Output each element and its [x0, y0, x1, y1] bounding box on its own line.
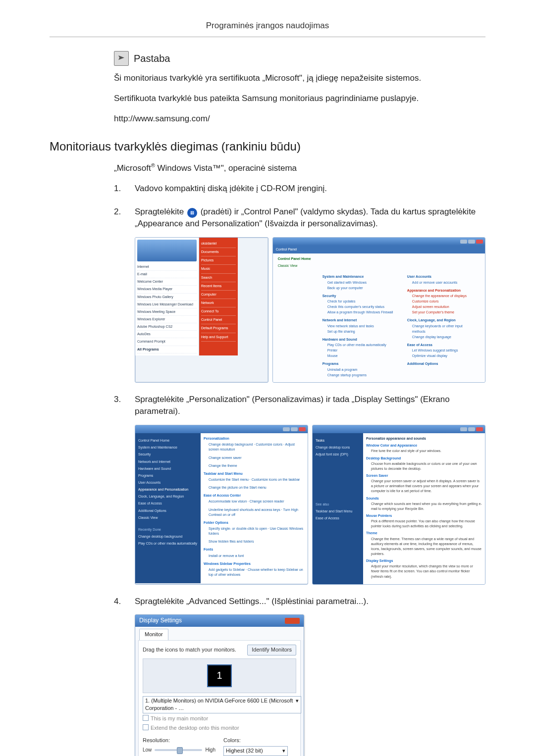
maximize-icon[interactable]: [468, 240, 475, 244]
mp-link[interactable]: Mouse Pointers: [366, 513, 482, 518]
folder-link[interactable]: Folder Options: [204, 520, 305, 525]
cp-sub[interactable]: Get started with Windows: [327, 280, 397, 285]
minimize-icon[interactable]: [460, 427, 467, 431]
cp-sub[interactable]: Adjust screen resolution: [412, 304, 482, 309]
cp-sub[interactable]: Let Windows suggest settings: [412, 348, 482, 353]
maximize-icon[interactable]: [291, 427, 298, 431]
cp-appearance[interactable]: Appearance and Personalization: [407, 288, 482, 293]
sub[interactable]: Specify single- or double-click to open …: [209, 526, 305, 536]
cp-sub[interactable]: View network status and tasks: [327, 324, 397, 329]
start-item[interactable]: Windows Explorer: [137, 316, 197, 323]
nav-item[interactable]: Clock, Language, and Region: [138, 494, 198, 499]
start-right[interactable]: Music: [201, 265, 236, 273]
start-item[interactable]: Windows Media Player: [137, 286, 197, 293]
ease-link[interactable]: Ease of Access Center: [204, 493, 305, 498]
nav-item[interactable]: Ease of Access: [138, 501, 198, 506]
cp-sub[interactable]: Change keyboards or other input: [412, 324, 482, 329]
cp-sub[interactable]: Set up file sharing: [327, 329, 397, 334]
cp-sub[interactable]: Uninstall a program: [327, 367, 397, 372]
start-right[interactable]: Computer: [201, 291, 236, 299]
nav-item[interactable]: Security: [138, 452, 198, 457]
all-programs[interactable]: All Programs: [137, 346, 197, 353]
maximize-icon[interactable]: [468, 427, 475, 431]
cp-sub[interactable]: Change display language: [412, 335, 482, 340]
sub[interactable]: Install or remove a font: [209, 554, 305, 558]
cp-sub[interactable]: Back up your computer: [327, 286, 397, 291]
cp-sub[interactable]: Printer: [327, 348, 397, 353]
cp-sub[interactable]: Optimize visual display: [412, 353, 482, 358]
personalization-link[interactable]: Personalization: [204, 436, 305, 441]
task-link[interactable]: Change desktop icons: [316, 445, 360, 450]
fonts-link[interactable]: Fonts: [204, 547, 305, 552]
cp-classic[interactable]: Classic View: [278, 263, 482, 268]
close-icon[interactable]: [476, 240, 483, 244]
db-link[interactable]: Desktop Background: [366, 456, 482, 461]
cp-sub[interactable]: Play CDs or other media automatically: [327, 343, 397, 348]
start-right[interactable]: Recent Items: [201, 282, 236, 291]
cp-sub[interactable]: Customize colors: [412, 299, 482, 304]
cp-sub[interactable]: Change startup programs: [327, 373, 397, 378]
slider-thumb[interactable]: [177, 747, 183, 754]
monitor-select[interactable]: 1. (Multiple Monitors) on NVIDIA GeForce…: [143, 696, 301, 714]
cp-sub[interactable]: Check for updates: [327, 299, 397, 304]
nav-item[interactable]: Control Panel Home: [138, 438, 198, 443]
cp-cat[interactable]: Security: [322, 294, 397, 299]
nav-recent-item[interactable]: Change desktop background: [138, 534, 198, 539]
start-item[interactable]: Command Prompt: [137, 338, 197, 346]
resolution-slider[interactable]: [155, 749, 202, 751]
sidebar-link[interactable]: Windows Sidebar Properties: [204, 561, 305, 566]
start-item[interactable]: Windows Live Messenger Download: [137, 301, 197, 308]
start-item[interactable]: E-mail: [137, 271, 197, 278]
cp-cat[interactable]: User Accounts: [407, 274, 482, 279]
close-icon[interactable]: [476, 427, 483, 431]
start-right[interactable]: Default Programs: [201, 324, 236, 333]
nav-item[interactable]: Classic View: [138, 515, 198, 520]
cp-cat[interactable]: Ease of Access: [407, 343, 482, 348]
see-also-link[interactable]: Taskbar and Start Menu: [316, 509, 360, 514]
sub[interactable]: Change the picture on the Start menu: [209, 485, 305, 490]
start-right[interactable]: Connect To: [201, 307, 236, 316]
cp-cat[interactable]: Network and Internet: [322, 318, 397, 323]
cp-cat[interactable]: Hardware and Sound: [322, 337, 397, 342]
sub[interactable]: Show hidden files and folders: [209, 539, 305, 544]
minimize-icon[interactable]: [460, 240, 467, 244]
snd-link[interactable]: Sounds: [366, 496, 482, 501]
start-right control-panel[interactable]: Control Panel: [201, 316, 236, 324]
sub[interactable]: Accommodate low vision · Change screen r…: [209, 499, 305, 504]
tab-monitor[interactable]: Monitor: [139, 629, 168, 640]
display-settings-link[interactable]: Display Settings: [366, 558, 482, 563]
close-icon[interactable]: [299, 427, 306, 431]
cp-sub[interactable]: methods: [412, 329, 482, 334]
nav-recent-item[interactable]: Play CDs or other media automatically: [138, 541, 198, 546]
cp-sub[interactable]: Allow a program through Windows Firewall: [327, 310, 397, 315]
cp-cat[interactable]: Clock, Language, and Region: [407, 318, 482, 323]
sub[interactable]: Underline keyboard shortcuts and access …: [209, 507, 305, 517]
nav-item[interactable]: User Accounts: [138, 480, 198, 485]
wc-link[interactable]: Window Color and Appearance: [366, 443, 482, 448]
start-item[interactable]: Internet: [137, 263, 197, 271]
see-also-link[interactable]: Ease of Access: [316, 516, 360, 521]
start-item[interactable]: Welcome Center: [137, 278, 197, 286]
start-item[interactable]: Windows Photo Gallery: [137, 294, 197, 301]
cp-cat[interactable]: Additional Options: [407, 361, 482, 366]
sub[interactable]: Customize the Start menu · Customize ico…: [209, 477, 305, 482]
cp-sub[interactable]: Check this computer's security status: [327, 304, 397, 309]
color-select[interactable]: Highest (32 bit)▾: [223, 746, 288, 756]
start-right[interactable]: Network: [201, 299, 236, 307]
sub[interactable]: Change screen saver: [209, 455, 305, 460]
start-item[interactable]: AutoDes: [137, 331, 197, 338]
sub[interactable]: Add gadgets to Sidebar · Choose whether …: [209, 567, 305, 577]
cp-sub[interactable]: Add or remove user accounts: [412, 280, 482, 285]
cp-cat[interactable]: Programs: [322, 361, 397, 366]
sub[interactable]: Change desktop background · Customize co…: [209, 442, 305, 452]
taskbar-link[interactable]: Taskbar and Start Menu: [204, 471, 305, 476]
start-right[interactable]: oksidaniel: [201, 240, 236, 248]
task-link[interactable]: Adjust font size (DPI): [316, 452, 360, 457]
close-icon[interactable]: [285, 618, 300, 624]
start-right[interactable]: Search: [201, 274, 236, 282]
nav-item[interactable]: Programs: [138, 473, 198, 478]
sub[interactable]: Change the theme: [209, 463, 305, 468]
nav-item[interactable]: Network and Internet: [138, 459, 198, 464]
start-item[interactable]: Adobe Photoshop CS2: [137, 323, 197, 331]
identify-monitors-button[interactable]: Identify Monitors: [247, 645, 296, 655]
